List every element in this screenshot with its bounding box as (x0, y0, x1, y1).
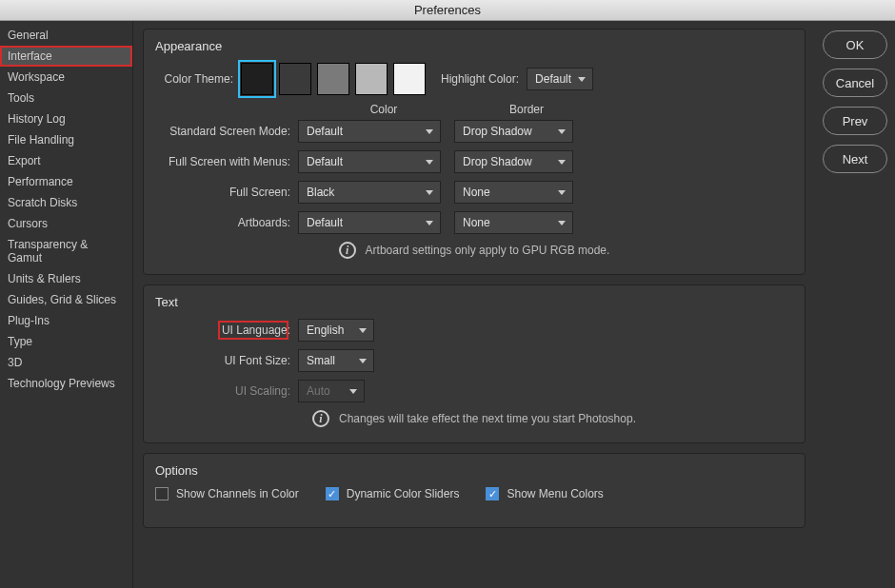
sidebar-item-file-handling[interactable]: File Handling (0, 129, 132, 150)
ui-font-size-select[interactable]: Small (298, 349, 374, 372)
theme-swatch-1[interactable] (279, 63, 311, 95)
sidebar-item-cursors[interactable]: Cursors (0, 213, 132, 234)
option-label: Dynamic Color Sliders (347, 487, 460, 500)
options-title: Options (155, 463, 793, 478)
ui-font-size-value: Small (307, 354, 335, 367)
highlight-color-value: Default (535, 72, 571, 86)
appearance-section: Appearance Color Theme: Highlight Color:… (143, 29, 806, 275)
screen-mode-row: Full Screen with Menus:DefaultDrop Shado… (155, 150, 793, 173)
sidebar-item-type[interactable]: Type (0, 331, 132, 352)
screen-mode-color-select[interactable]: Default (298, 211, 441, 234)
next-button[interactable]: Next (823, 145, 887, 173)
highlight-color-label: Highlight Color: (441, 72, 519, 86)
sidebar-item-transparency-gamut[interactable]: Transparency & Gamut (0, 234, 132, 268)
ui-scaling-row: UI Scaling: Auto (155, 380, 793, 402)
appearance-info-row: i Artboard settings only apply to GPU RG… (155, 242, 793, 259)
highlight-color-select[interactable]: Default (527, 68, 593, 90)
option-row: Show Menu Colors (486, 487, 603, 500)
select-value: Default (307, 155, 343, 168)
screen-mode-border-select[interactable]: Drop Shadow (454, 150, 573, 173)
sidebar-item-performance[interactable]: Performance (0, 171, 132, 192)
cancel-label: Cancel (836, 76, 874, 90)
col-color-header: Color (308, 103, 460, 116)
select-value: Default (307, 125, 343, 138)
appearance-title: Appearance (155, 39, 793, 53)
sidebar-item-general[interactable]: General (0, 25, 132, 46)
screen-mode-color-select[interactable]: Default (298, 150, 441, 173)
option-checkbox[interactable] (326, 487, 339, 500)
screen-mode-row: Full Screen:BlackNone (155, 181, 793, 204)
sidebar-item-scratch-disks[interactable]: Scratch Disks (0, 192, 132, 213)
sidebar-item-interface[interactable]: Interface (0, 46, 132, 67)
ok-label: OK (846, 38, 865, 52)
option-row: Dynamic Color Sliders (326, 487, 460, 500)
ui-font-size-row: UI Font Size: Small (155, 349, 793, 372)
screen-mode-label: Full Screen with Menus: (155, 155, 298, 168)
ui-scaling-label: UI Scaling: (155, 384, 298, 398)
info-icon: i (339, 242, 356, 259)
ui-language-row: UI Language: English (155, 319, 793, 342)
prev-button[interactable]: Prev (823, 107, 887, 135)
color-theme-swatches (241, 63, 426, 95)
ui-font-size-label: UI Font Size: (155, 354, 298, 367)
highlight-color-group: Highlight Color: Default (441, 68, 593, 90)
text-section: Text UI Language: English UI Font Size: … (143, 284, 806, 443)
color-theme-label: Color Theme: (155, 72, 241, 86)
sidebar-item-plug-ins[interactable]: Plug-Ins (0, 310, 132, 331)
select-value: Black (307, 186, 334, 199)
col-border-header: Border (460, 103, 593, 116)
ui-scaling-value: Auto (307, 384, 330, 398)
sidebar-item-tools[interactable]: Tools (0, 88, 132, 108)
sidebar: GeneralInterfaceWorkspaceToolsHistory Lo… (0, 21, 133, 588)
options-section: Options Show Channels in ColorDynamic Co… (143, 453, 806, 528)
sidebar-item-guides-grid-slices[interactable]: Guides, Grid & Slices (0, 289, 132, 310)
screen-mode-border-select[interactable]: None (454, 181, 573, 204)
sidebar-item-units-rulers[interactable]: Units & Rulers (0, 268, 132, 289)
theme-swatch-4[interactable] (393, 63, 426, 95)
screen-mode-label: Standard Screen Mode: (155, 125, 298, 138)
ui-language-label-cell: UI Language: (155, 323, 298, 337)
sidebar-item-export[interactable]: Export (0, 150, 132, 171)
select-value: Default (307, 216, 343, 229)
screen-mode-headers: Color Border (308, 103, 793, 116)
ui-language-value: English (307, 323, 344, 337)
ui-language-label: UI Language: (222, 323, 290, 337)
sidebar-item-3d[interactable]: 3D (0, 352, 132, 373)
screen-mode-row: Standard Screen Mode:DefaultDrop Shadow (155, 120, 793, 143)
select-value: Drop Shadow (463, 125, 532, 138)
option-checkbox[interactable] (155, 487, 169, 500)
sidebar-item-history-log[interactable]: History Log (0, 108, 132, 129)
main-panel: Appearance Color Theme: Highlight Color:… (133, 21, 815, 588)
info-icon: i (312, 410, 329, 427)
option-label: Show Channels in Color (176, 487, 299, 500)
text-title: Text (155, 295, 793, 309)
screen-mode-border-select[interactable]: Drop Shadow (454, 120, 573, 143)
screen-mode-label: Full Screen: (155, 186, 298, 199)
ui-language-select[interactable]: English (298, 319, 374, 342)
window-body: GeneralInterfaceWorkspaceToolsHistory Lo… (0, 21, 895, 588)
screen-mode-label: Artboards: (155, 216, 298, 229)
theme-swatch-0[interactable] (241, 63, 273, 95)
cancel-button[interactable]: Cancel (823, 69, 887, 97)
screen-mode-color-select[interactable]: Default (298, 120, 441, 143)
text-info-text: Changes will take effect the next time y… (339, 412, 636, 425)
sidebar-item-workspace[interactable]: Workspace (0, 67, 132, 88)
window-title: Preferences (414, 3, 481, 17)
screen-mode-row: Artboards:DefaultNone (155, 211, 793, 234)
screen-mode-border-select[interactable]: None (454, 211, 573, 234)
appearance-info-text: Artboard settings only apply to GPU RGB … (366, 244, 610, 257)
option-row: Show Channels in Color (155, 487, 299, 500)
color-theme-row: Color Theme: Highlight Color: Default (155, 63, 793, 95)
ui-scaling-select: Auto (298, 380, 365, 402)
theme-swatch-2[interactable] (317, 63, 349, 95)
text-info-row: i Changes will take effect the next time… (155, 410, 793, 427)
sidebar-item-technology-previews[interactable]: Technology Previews (0, 373, 132, 394)
select-value: None (463, 186, 490, 199)
theme-swatch-3[interactable] (355, 63, 388, 95)
next-label: Next (843, 152, 868, 167)
option-checkbox[interactable] (486, 487, 499, 500)
select-value: Drop Shadow (463, 155, 532, 168)
option-label: Show Menu Colors (507, 487, 603, 500)
screen-mode-color-select[interactable]: Black (298, 181, 441, 204)
ok-button[interactable]: OK (823, 30, 887, 59)
